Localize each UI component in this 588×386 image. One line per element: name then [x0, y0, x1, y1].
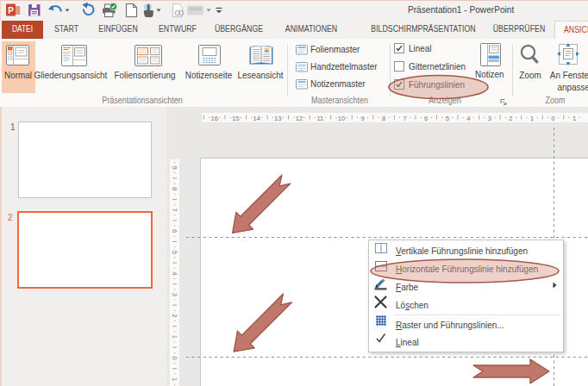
svg-text:P: P	[8, 6, 14, 16]
